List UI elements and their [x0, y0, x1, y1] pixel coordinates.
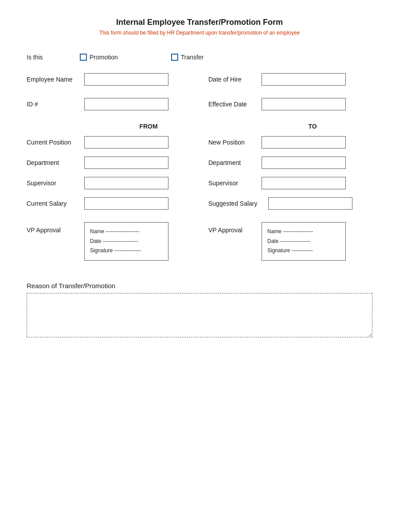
new-position-row: New Position: [208, 136, 372, 149]
transfer-checkbox-wrapper[interactable]: Transfer: [171, 54, 204, 61]
is-this-row: Is this Promotion Transfer: [27, 54, 372, 61]
department-from-label: Department: [27, 159, 84, 166]
current-salary-row: Current Salary: [27, 197, 191, 210]
vp-date-line-left: Date --------------------: [90, 237, 163, 246]
date-of-hire-input[interactable]: [262, 73, 346, 86]
vp-approval-left-row: VP Approval Name ------------------- Dat…: [27, 222, 191, 261]
effective-date-label: Effective Date: [208, 101, 262, 108]
employee-name-label: Employee Name: [27, 76, 84, 83]
date-of-hire-label: Date of Hire: [208, 76, 262, 83]
vp-approval-left-label: VP Approval: [27, 222, 84, 234]
from-to-header: FROM TO: [27, 123, 372, 130]
current-position-label: Current Position: [27, 139, 84, 146]
vp-approval-right-box: Name ----------------- Date ------------…: [262, 222, 346, 261]
effective-date-input[interactable]: [262, 98, 346, 110]
vp-approval-right-label: VP Approval: [208, 222, 262, 234]
from-label: FROM: [27, 123, 208, 130]
current-position-input[interactable]: [84, 136, 168, 149]
transfer-checkbox-icon[interactable]: [171, 54, 178, 61]
department-to-label: Department: [208, 159, 262, 166]
supervisor-from-row: Supervisor: [27, 177, 191, 189]
id-label: ID #: [27, 101, 84, 108]
employee-name-input[interactable]: [84, 73, 168, 86]
vp-date-line-right: Date -----------------: [267, 237, 340, 246]
current-salary-label: Current Salary: [27, 200, 84, 207]
supervisor-from-input[interactable]: [84, 177, 168, 189]
id-input[interactable]: [84, 98, 168, 110]
department-from-input[interactable]: [84, 156, 168, 169]
department-to-row: Department: [208, 156, 372, 169]
promotion-checkbox-icon[interactable]: [80, 54, 87, 61]
vp-approval-left-box: Name ------------------- Date ----------…: [84, 222, 168, 261]
current-salary-input[interactable]: [84, 197, 168, 210]
suggested-salary-row: Suggested Salary: [208, 197, 372, 210]
department-from-row: Department: [27, 156, 191, 169]
vp-name-line-right: Name -----------------: [267, 227, 340, 237]
suggested-salary-label: Suggested Salary: [208, 200, 268, 207]
new-position-label: New Position: [208, 139, 262, 146]
form-title: Internal Employee Transfer/Promotion For…: [27, 18, 372, 27]
supervisor-from-label: Supervisor: [27, 180, 84, 187]
employee-name-row: Employee Name: [27, 73, 191, 86]
is-this-label: Is this: [27, 54, 62, 61]
promotion-checkbox-wrapper[interactable]: Promotion: [80, 54, 118, 61]
new-position-input[interactable]: [262, 136, 346, 149]
department-to-input[interactable]: [262, 156, 346, 169]
supervisor-to-row: Supervisor: [208, 177, 372, 189]
vp-approval-right-row: VP Approval Name ----------------- Date …: [208, 222, 372, 261]
vp-name-line-left: Name -------------------: [90, 227, 163, 237]
vp-signature-line-right: Signature ------------: [267, 246, 340, 256]
suggested-salary-input[interactable]: [268, 197, 352, 210]
reason-section: Reason of Transfer/Promotion: [27, 282, 372, 337]
form-subtitle: This form should be filled by HR Departm…: [27, 30, 372, 36]
id-row: ID #: [27, 98, 191, 110]
reason-label: Reason of Transfer/Promotion: [27, 282, 372, 289]
effective-date-row: Effective Date: [208, 98, 372, 110]
reason-textarea[interactable]: [27, 293, 372, 337]
current-position-row: Current Position: [27, 136, 191, 149]
to-label: TO: [208, 123, 372, 130]
promotion-label: Promotion: [90, 54, 118, 61]
transfer-label: Transfer: [181, 54, 204, 61]
supervisor-to-input[interactable]: [262, 177, 346, 189]
vp-signature-line-left: Signature ---------------: [90, 246, 163, 256]
date-of-hire-row: Date of Hire: [208, 73, 372, 86]
supervisor-to-label: Supervisor: [208, 180, 262, 187]
